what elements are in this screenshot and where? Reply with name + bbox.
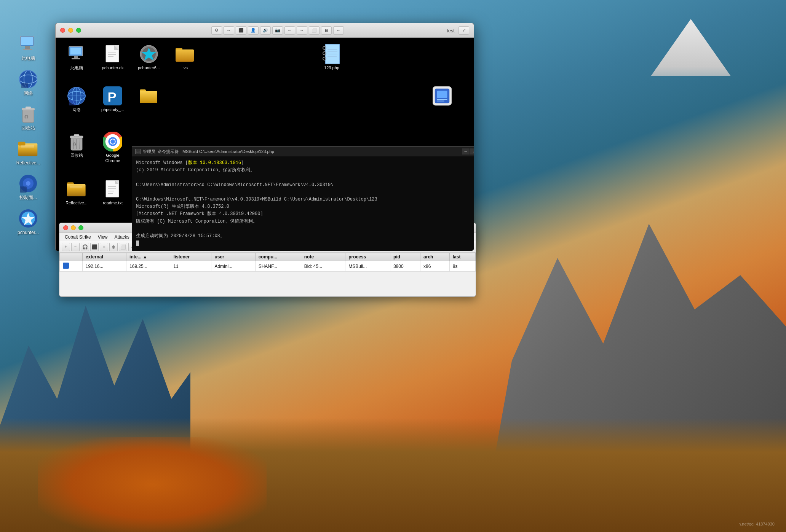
cs-screen-btn[interactable]: ⬛ bbox=[90, 243, 99, 251]
desktop-icon-recycle[interactable]: ♻ 回收站 bbox=[59, 129, 94, 161]
rdp-screen-btn[interactable]: 🖥 bbox=[321, 26, 332, 35]
cmd-content: Microsoft Windows [版本 10.0.18363.1016] (… bbox=[132, 156, 474, 251]
php-label: 123.php bbox=[324, 65, 339, 70]
maximize-button[interactable] bbox=[76, 28, 81, 33]
svg-text:♻: ♻ bbox=[72, 142, 77, 147]
cs-cell-note: Bid: 45... bbox=[301, 261, 345, 272]
minimize-button[interactable] bbox=[68, 28, 73, 33]
desktop-icon-vs[interactable]: .vs bbox=[168, 41, 202, 73]
cs-menu-attacks[interactable]: Attacks bbox=[112, 234, 133, 241]
cs-menu-view[interactable]: View bbox=[95, 234, 111, 241]
cs-maximize-btn[interactable] bbox=[78, 225, 83, 230]
readme-label: readme.txt bbox=[103, 200, 123, 205]
cs-col-computer[interactable]: compu... bbox=[255, 253, 301, 261]
cs-remove-btn[interactable]: － bbox=[71, 243, 80, 251]
cmd-window: C:\ 管理员: 命令提示符 - MSBuild C:\Users\Admini… bbox=[132, 146, 474, 251]
cs-cell-arch: x86 bbox=[420, 261, 450, 272]
cmd-line-3 bbox=[136, 174, 474, 181]
rdp-user-btn[interactable]: 👤 bbox=[248, 26, 259, 35]
svg-point-79 bbox=[26, 181, 30, 186]
cs-capture-btn[interactable]: ⬜ bbox=[119, 243, 127, 251]
pchunter-ek-label: pchunter.ek bbox=[102, 65, 124, 70]
rdp-audio-btn[interactable]: 🔊 bbox=[260, 26, 271, 35]
computer-icon bbox=[67, 45, 86, 64]
cs-col-internal[interactable]: inte... ▲ bbox=[126, 253, 170, 261]
cmd-line-10 bbox=[136, 225, 474, 233]
left-icon-reflective[interactable]: Reflective... bbox=[0, 135, 56, 170]
desktop-icon-pchunter6[interactable]: pchunter6... bbox=[132, 41, 166, 73]
cs-col-pid[interactable]: pid bbox=[390, 253, 420, 261]
rdp-settings-btn[interactable]: ⚙ bbox=[211, 26, 222, 35]
cs-col-last[interactable]: last bbox=[449, 253, 475, 261]
cmd-maximize-btn[interactable]: □ bbox=[470, 148, 474, 155]
svg-rect-69 bbox=[21, 83, 28, 88]
rdp-window-btn[interactable]: ⬜ bbox=[309, 26, 320, 35]
svg-point-49 bbox=[110, 139, 115, 144]
left-icon-network[interactable]: 网络 bbox=[0, 65, 56, 100]
cs-list-btn[interactable]: ≡ bbox=[100, 243, 108, 251]
cs-col-user[interactable]: user bbox=[211, 253, 255, 261]
svg-rect-36 bbox=[140, 91, 157, 103]
desktop-icon-folder-small[interactable] bbox=[132, 83, 166, 110]
rdp-back-btn[interactable]: ← bbox=[284, 26, 295, 35]
left-icon-pchunter[interactable]: pchunter... bbox=[0, 205, 56, 240]
cs-col-external[interactable]: external bbox=[82, 253, 126, 261]
cs-headphones-btn[interactable]: 🎧 bbox=[81, 243, 89, 251]
cs-add-btn[interactable]: ＋ bbox=[62, 243, 70, 251]
rdp-camera-btn[interactable]: 📷 bbox=[272, 26, 283, 35]
cmd-line-11: 生成启动时间为 2020/8/28 15:57:08。 bbox=[136, 233, 474, 240]
rdp-fullscreen-btn[interactable]: ⤢ bbox=[458, 26, 469, 35]
recycle-label: 回收站 bbox=[70, 153, 83, 158]
cs-target-btn[interactable]: ⊕ bbox=[109, 243, 118, 251]
svg-rect-2 bbox=[72, 58, 80, 59]
cs-cell-pid: 3800 bbox=[390, 261, 420, 272]
desktop-icon-readme[interactable]: readme.txt bbox=[96, 177, 130, 209]
cs-col-note[interactable]: note bbox=[301, 253, 345, 261]
svg-rect-31 bbox=[69, 100, 76, 105]
cmd-line-5 bbox=[136, 189, 474, 196]
beacon-icon bbox=[63, 263, 69, 269]
rdp-display-btn[interactable]: ⬛ bbox=[236, 26, 246, 35]
cmd-line-9: 版权所有 (C) Microsoft Corporation。保留所有利。 bbox=[136, 218, 474, 225]
rdp-resize-btn[interactable]: ← bbox=[333, 26, 344, 35]
close-button[interactable] bbox=[60, 28, 65, 33]
rdp-forward-btn[interactable]: → bbox=[297, 26, 307, 35]
recycle-bin-icon: ♻ bbox=[67, 132, 86, 151]
cs-col-process[interactable]: process bbox=[345, 253, 390, 261]
cmd-controls: ─ □ ✕ bbox=[462, 148, 474, 155]
cmd-line-4: C:\Users\Administrator>cd C:\Windows\Mic… bbox=[136, 182, 474, 189]
left-icon-recycle[interactable]: ♻ 回收站 bbox=[0, 100, 56, 135]
left-icon-computer[interactable]: 此电脑 bbox=[0, 30, 56, 65]
pchunter-ek-icon bbox=[103, 45, 122, 64]
cs-menu-cobalt-strike[interactable]: Cobalt Strike bbox=[62, 234, 94, 241]
cs-col-listener[interactable]: listener bbox=[170, 253, 211, 261]
reflective-folder-icon bbox=[67, 180, 86, 199]
svg-text:P: P bbox=[108, 90, 117, 104]
desktop-icon-123php[interactable]: 123.php bbox=[315, 41, 349, 73]
cs-col-icon bbox=[60, 253, 83, 261]
svg-rect-1 bbox=[74, 56, 78, 58]
desktop-icon-network[interactable]: 网络 bbox=[59, 83, 94, 115]
cmd-title: 管理员: 命令提示符 - MSBuild C:\Users\Administra… bbox=[143, 149, 460, 155]
desktop-icon-phpstudy[interactable]: P phpstudy_... bbox=[96, 83, 130, 115]
svg-rect-16 bbox=[176, 49, 194, 62]
cs-beacon-row[interactable]: 192.16... 169.25... 11 Admini... SHANF..… bbox=[60, 261, 476, 272]
desktop-icon-blue-app[interactable] bbox=[425, 83, 459, 110]
svg-rect-80 bbox=[20, 186, 27, 193]
cs-beacons-table: external inte... ▲ listener user compu..… bbox=[59, 253, 476, 272]
cs-traffic-lights bbox=[63, 225, 83, 230]
desktop-icon-pchunter-ek[interactable]: pchunter.ek bbox=[96, 41, 130, 73]
rdp-fit-btn[interactable]: ↔ bbox=[224, 26, 234, 35]
desktop-icon-reflective[interactable]: Reflective... bbox=[59, 177, 94, 209]
left-icon-control[interactable]: 控制面... bbox=[0, 170, 56, 205]
desktop-icon-chrome[interactable]: GoogleChrome bbox=[96, 129, 130, 167]
cs-minimize-btn[interactable] bbox=[71, 225, 76, 230]
cs-col-arch[interactable]: arch bbox=[420, 253, 450, 261]
cmd-minimize-btn[interactable]: ─ bbox=[462, 148, 470, 155]
cs-cell-user: Admini... bbox=[211, 261, 255, 272]
cs-close-btn[interactable] bbox=[63, 225, 68, 230]
cmd-icon: C:\ bbox=[135, 149, 141, 154]
svg-rect-52 bbox=[67, 184, 85, 196]
desktop-icon-computer[interactable]: 此电脑 bbox=[59, 41, 94, 73]
svg-rect-62 bbox=[21, 37, 33, 45]
